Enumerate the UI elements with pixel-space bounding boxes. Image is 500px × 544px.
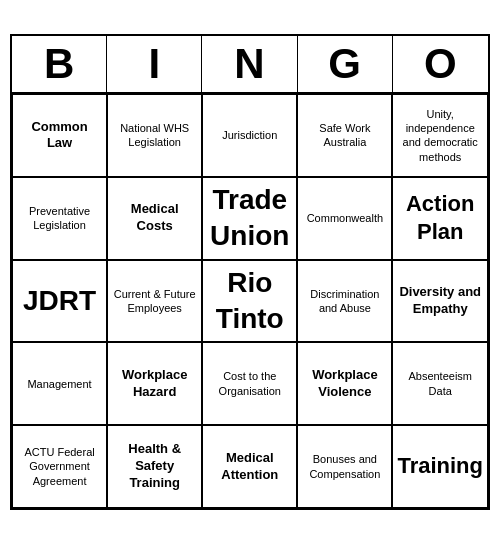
bingo-cell[interactable]: Workplace Hazard bbox=[107, 342, 202, 425]
bingo-cell[interactable]: Discrimination and Abuse bbox=[297, 260, 392, 343]
bingo-cell[interactable]: Diversity and Empathy bbox=[392, 260, 488, 343]
bingo-cell[interactable]: Training bbox=[392, 425, 488, 508]
bingo-cell[interactable]: Common Law bbox=[12, 94, 107, 177]
bingo-cell[interactable]: ACTU Federal Government Agreement bbox=[12, 425, 107, 508]
bingo-cell[interactable]: Bonuses and Compensation bbox=[297, 425, 392, 508]
bingo-letter: I bbox=[107, 36, 202, 92]
bingo-cell[interactable]: Trade Union bbox=[202, 177, 297, 260]
bingo-cell[interactable]: Action Plan bbox=[392, 177, 488, 260]
bingo-letter: B bbox=[12, 36, 107, 92]
bingo-cell[interactable]: Cost to the Organisation bbox=[202, 342, 297, 425]
bingo-letter: N bbox=[202, 36, 297, 92]
bingo-grid: Common LawNational WHS LegislationJurisd… bbox=[12, 94, 488, 508]
bingo-cell[interactable]: National WHS Legislation bbox=[107, 94, 202, 177]
bingo-cell[interactable]: Health & Safety Training bbox=[107, 425, 202, 508]
bingo-cell[interactable]: Jurisdiction bbox=[202, 94, 297, 177]
bingo-cell[interactable]: Current & Future Employees bbox=[107, 260, 202, 343]
bingo-cell[interactable]: Safe Work Australia bbox=[297, 94, 392, 177]
bingo-header: BINGO bbox=[12, 36, 488, 94]
bingo-cell[interactable]: JDRT bbox=[12, 260, 107, 343]
bingo-cell[interactable]: Rio Tinto bbox=[202, 260, 297, 343]
bingo-cell[interactable]: Absenteeism Data bbox=[392, 342, 488, 425]
bingo-cell[interactable]: Management bbox=[12, 342, 107, 425]
bingo-cell[interactable]: Preventative Legislation bbox=[12, 177, 107, 260]
bingo-cell[interactable]: Workplace Violence bbox=[297, 342, 392, 425]
bingo-cell[interactable]: Medical Costs bbox=[107, 177, 202, 260]
bingo-card: BINGO Common LawNational WHS Legislation… bbox=[10, 34, 490, 510]
bingo-cell[interactable]: Unity, independence and democratic metho… bbox=[392, 94, 488, 177]
bingo-letter: G bbox=[298, 36, 393, 92]
bingo-letter: O bbox=[393, 36, 488, 92]
bingo-cell[interactable]: Commonwealth bbox=[297, 177, 392, 260]
bingo-cell[interactable]: Medical Attention bbox=[202, 425, 297, 508]
